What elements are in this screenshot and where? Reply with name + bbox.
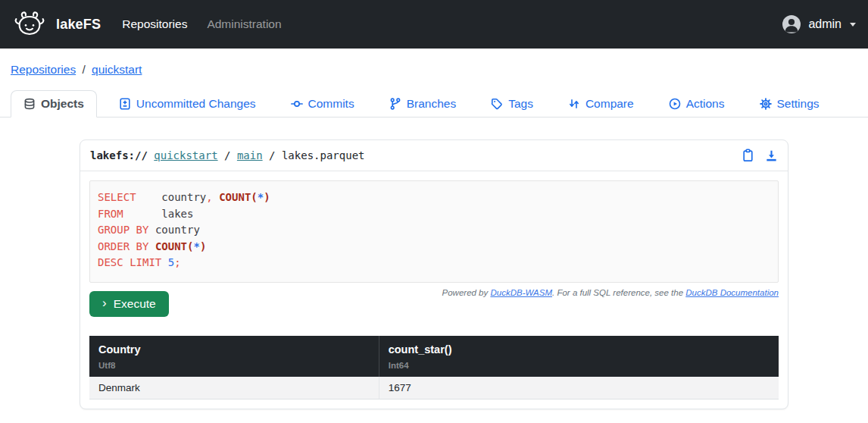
avatar-icon <box>782 14 801 34</box>
path-branch-link[interactable]: main <box>237 149 263 161</box>
powered-by-note: Powered by DuckDB-WASM. For a full SQL r… <box>442 288 779 297</box>
sql-token: ; <box>174 256 180 268</box>
object-path: lakefs:// quickstart / main / lakes.parq… <box>90 149 365 161</box>
breadcrumb-repositories-link[interactable]: Repositories <box>11 63 76 76</box>
powered-by-prefix: Powered by <box>442 288 491 297</box>
chevron-down-icon <box>850 23 856 27</box>
sql-token: COUNT <box>155 240 187 252</box>
object-viewer-card: lakefs:// quickstart / main / lakes.parq… <box>80 139 788 409</box>
tab-compare[interactable]: Compare <box>555 90 647 118</box>
tab-label: Tags <box>508 97 533 111</box>
breadcrumb-repo-link[interactable]: quickstart <box>92 63 142 76</box>
sql-editor-code: SELECT country, COUNT(*)FROM lakesGROUP … <box>98 190 770 271</box>
database-icon <box>23 98 36 110</box>
tab-tags[interactable]: Tags <box>478 90 546 118</box>
sql-token: COUNT <box>219 191 251 203</box>
sql-token <box>148 240 155 252</box>
object-path-header: lakefs:// quickstart / main / lakes.parq… <box>80 140 788 171</box>
tab-objects[interactable]: Objects <box>11 90 97 118</box>
sql-token: country <box>161 191 206 203</box>
sql-token: ( <box>251 191 257 203</box>
tab-label: Actions <box>686 97 725 111</box>
results-column-header: CountryUtf8 <box>89 336 379 377</box>
column-name: count_star() <box>389 343 770 356</box>
sql-token: 5 <box>168 256 174 268</box>
tab-label: Settings <box>777 97 820 111</box>
tab-label: Compare <box>585 97 634 111</box>
tab-commits[interactable]: Commits <box>278 90 367 118</box>
sql-token: GROUP BY <box>98 224 148 236</box>
sql-token <box>161 256 167 268</box>
lakefs-brand[interactable]: lakeFS <box>12 11 101 38</box>
user-menu[interactable]: admin <box>782 14 856 34</box>
repo-tabbar: Objects Uncommitted Changes Commits <box>0 90 868 118</box>
sql-token: * <box>258 191 264 203</box>
header-actions <box>742 149 778 162</box>
query-results: CountryUtf8count_star()Int64 Denmark1677 <box>89 336 779 400</box>
breadcrumb: Repositories / quickstart <box>0 49 868 90</box>
sql-token: ) <box>200 240 206 252</box>
tab-settings[interactable]: Settings <box>747 90 832 118</box>
table-cell: Denmark <box>89 377 379 400</box>
sql-token: SELECT <box>98 191 136 203</box>
copy-clipboard-icon[interactable] <box>742 149 754 162</box>
path-repo-link[interactable]: quickstart <box>154 149 217 161</box>
sql-token: lakes <box>161 208 193 220</box>
tab-label: Objects <box>41 97 84 111</box>
top-navbar: lakeFS Repositories Administration admin <box>0 0 868 49</box>
tab-uncommitted-changes[interactable]: Uncommitted Changes <box>106 90 269 118</box>
gear-icon <box>760 98 772 110</box>
sql-token <box>148 224 155 236</box>
tag-icon <box>491 98 503 110</box>
navbar-links: Repositories Administration <box>122 17 281 31</box>
column-name: Country <box>98 343 370 356</box>
compare-icon <box>568 98 580 110</box>
results-column-header: count_star()Int64 <box>379 336 779 377</box>
sql-line: ORDER BY COUNT(*) <box>98 239 770 255</box>
tab-branches[interactable]: Branches <box>376 90 469 118</box>
sql-token: FROM <box>98 208 123 220</box>
tab-label: Commits <box>308 97 354 111</box>
sql-line: GROUP BY country <box>98 222 770 239</box>
axolotl-logo-icon <box>12 11 47 38</box>
sql-token: ) <box>264 191 270 203</box>
tab-actions[interactable]: Actions <box>656 90 738 118</box>
path-separator: / <box>269 149 275 161</box>
results-table-head: CountryUtf8count_star()Int64 <box>89 336 779 377</box>
sql-token: * <box>193 240 199 252</box>
execute-button[interactable]: › Execute <box>89 291 169 317</box>
path-scheme: lakefs:// <box>90 149 148 161</box>
powered-by-middle: . For a full SQL reference, see the <box>552 288 685 297</box>
execute-button-label: Execute <box>114 297 156 311</box>
branch-icon <box>389 98 401 110</box>
tab-label: Uncommitted Changes <box>136 97 256 111</box>
results-table: CountryUtf8count_star()Int64 Denmark1677 <box>89 336 779 400</box>
nav-link-administration[interactable]: Administration <box>207 17 281 31</box>
path-filename: lakes.parquet <box>282 149 365 161</box>
table-cell: 1677 <box>379 377 779 400</box>
sql-token: DESC LIMIT <box>98 256 161 268</box>
sql-line: FROM lakes <box>98 206 770 223</box>
results-table-body: Denmark1677 <box>89 377 779 400</box>
breadcrumb-separator: / <box>82 63 85 76</box>
file-diff-icon <box>119 98 131 110</box>
tab-label: Branches <box>407 97 456 111</box>
sql-token: , <box>206 191 219 203</box>
sql-token: country <box>155 224 200 236</box>
sql-token <box>136 191 162 203</box>
path-separator: / <box>224 149 230 161</box>
sql-line: SELECT country, COUNT(*) <box>98 190 770 206</box>
nav-link-repositories[interactable]: Repositories <box>122 17 187 31</box>
user-name: admin <box>808 17 841 31</box>
play-circle-icon <box>669 98 681 110</box>
sql-token: ORDER BY <box>98 240 148 252</box>
sql-editor[interactable]: SELECT country, COUNT(*)FROM lakesGROUP … <box>89 180 779 283</box>
object-viewer-body: SELECT country, COUNT(*)FROM lakesGROUP … <box>80 171 788 409</box>
duckdb-docs-link[interactable]: DuckDB Documentation <box>685 288 779 297</box>
column-type: Utf8 <box>98 361 370 370</box>
column-type: Int64 <box>389 361 770 370</box>
download-icon[interactable] <box>765 149 778 162</box>
table-row: Denmark1677 <box>89 377 779 400</box>
duckdb-wasm-link[interactable]: DuckDB-WASM <box>490 288 552 297</box>
chevron-right-icon: › <box>102 296 107 309</box>
